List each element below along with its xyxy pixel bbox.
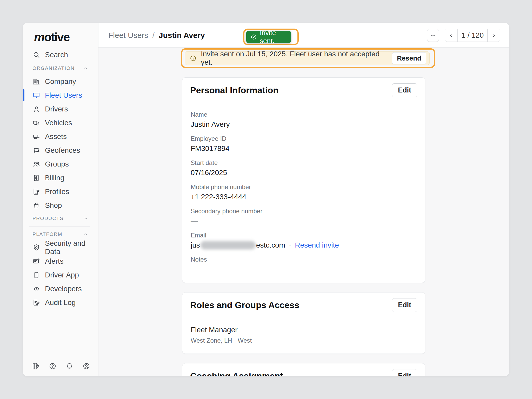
card-title: Personal Information (190, 85, 278, 95)
field-mobile-phone: Mobile phone number +1 222-333-4444 (191, 183, 417, 201)
sidebar-item-label: Alerts (45, 257, 64, 265)
card-header: Personal Information Edit (182, 78, 425, 103)
edit-coaching-button[interactable]: Edit (392, 369, 417, 376)
sidebar-footer (23, 362, 98, 376)
more-options-button[interactable] (427, 29, 439, 42)
cards-column: Personal Information Edit Name Justin Av… (182, 77, 425, 376)
chevron-up-icon (83, 66, 88, 71)
sidebar-item-label: Fleet Users (45, 91, 82, 99)
driver-app-icon (32, 271, 40, 279)
billing-icon (32, 174, 40, 182)
personal-information-card: Personal Information Edit Name Justin Av… (182, 77, 425, 283)
notifications-icon[interactable] (65, 362, 74, 370)
field-label: Notes (191, 256, 417, 263)
groups-icon (32, 160, 40, 168)
pager-position: 1 / 120 (457, 29, 488, 42)
field-secondary-phone: Secondary phone number — (191, 208, 417, 225)
drivers-icon (32, 105, 40, 113)
sidebar-divider (29, 226, 90, 227)
sidebar-item-profiles[interactable]: Profiles (23, 185, 98, 198)
field-value: — (191, 265, 417, 274)
help-icon[interactable] (49, 362, 57, 370)
sidebar-item-label: Assets (45, 132, 67, 141)
sidebar-item-label: Search (45, 51, 68, 59)
section-platform[interactable]: PLATFORM (23, 228, 98, 241)
field-value: +1 222-333-4444 (191, 193, 417, 201)
logo-text: motive (34, 30, 69, 44)
section-products[interactable]: PRODUCTS (23, 212, 98, 225)
chevron-down-icon (83, 216, 88, 221)
sidebar-item-shop[interactable]: Shop (23, 198, 98, 212)
field-employee-id: Employee ID FM3017894 (191, 135, 417, 153)
sidebar-item-label: Security and Data (45, 239, 92, 256)
sidebar-item-drivers[interactable]: Drivers (23, 102, 98, 116)
field-label: Start date (191, 159, 417, 167)
field-value: 07/16/2025 (191, 169, 417, 177)
sidebar: motive Search ORGANIZATION Company Fleet… (23, 23, 98, 376)
security-icon (32, 244, 40, 251)
card-title: Roles and Groups Access (190, 300, 299, 310)
card-header: Roles and Groups Access Edit (182, 292, 425, 318)
banner-message: Invite sent on Jul 15, 2025. Fleet user … (201, 50, 388, 66)
sidebar-item-groups[interactable]: Groups (23, 157, 98, 171)
account-icon[interactable] (82, 362, 90, 370)
developers-icon (32, 285, 40, 293)
field-label: Mobile phone number (191, 183, 417, 191)
sidebar-item-security-and-data[interactable]: Security and Data (23, 241, 98, 254)
sidebar-item-assets[interactable]: Assets (23, 130, 98, 143)
card-title: Coaching Assignment (190, 371, 283, 376)
resend-invite-link[interactable]: Resend invite (295, 241, 339, 249)
resources-icon[interactable] (32, 362, 40, 370)
field-name: Name Justin Avery (191, 111, 417, 129)
sidebar-item-label: Audit Log (45, 298, 76, 307)
field-label: Secondary phone number (191, 208, 417, 215)
invite-pending-banner: Invite sent on Jul 15, 2025. Fleet user … (185, 51, 430, 65)
chevron-up-icon (83, 232, 88, 237)
sidebar-item-label: Vehicles (45, 119, 72, 127)
field-label: Name (191, 111, 417, 118)
sidebar-item-audit-log[interactable]: Audit Log (23, 296, 98, 309)
sidebar-item-label: Company (45, 77, 76, 86)
sidebar-item-geofences[interactable]: Geofences (23, 143, 98, 157)
sidebar-item-fleet-users[interactable]: Fleet Users (23, 88, 98, 102)
sidebar-item-alerts[interactable]: Alerts (23, 254, 98, 268)
email-value: jus estc.com · Resend invite (191, 241, 417, 249)
card-body: Name Justin Avery Employee ID FM3017894 … (182, 103, 425, 283)
email-redacted-blur (201, 241, 256, 249)
previous-record-button[interactable] (445, 29, 457, 42)
role-groups: West Zone, LH - West (191, 337, 417, 344)
edit-personal-information-button[interactable]: Edit (392, 83, 417, 97)
chevron-right-icon (491, 32, 497, 38)
check-circle-icon (250, 34, 257, 40)
page-title: Justin Avery (159, 31, 205, 40)
field-label: Email (191, 232, 417, 239)
role-name: Fleet Manager (191, 326, 417, 334)
section-organization[interactable]: ORGANIZATION (23, 62, 98, 75)
sidebar-item-company[interactable]: Company (23, 75, 98, 88)
card-header: Coaching Assignment Edit (182, 363, 425, 376)
sidebar-item-label: Profiles (45, 188, 69, 196)
assets-icon (32, 133, 40, 141)
shop-icon (32, 202, 40, 209)
sidebar-item-developers[interactable]: Developers (23, 282, 98, 296)
field-value: FM3017894 (191, 144, 417, 153)
edit-roles-button[interactable]: Edit (392, 298, 417, 312)
invite-sent-toast: Invite sent. (246, 31, 291, 43)
motive-logo: motive (23, 29, 98, 45)
geofences-icon (32, 147, 40, 154)
vehicles-icon (32, 119, 40, 127)
next-record-button[interactable] (488, 29, 500, 42)
resend-button[interactable]: Resend (392, 52, 426, 64)
fleet-users-icon (32, 91, 40, 99)
breadcrumb-fleet-users[interactable]: Fleet Users (108, 31, 148, 40)
sidebar-item-driver-app[interactable]: Driver App (23, 268, 98, 282)
sidebar-item-search[interactable]: Search (23, 48, 98, 62)
sidebar-item-label: Developers (45, 285, 82, 293)
sidebar-item-label: Shop (45, 201, 62, 210)
search-icon (32, 51, 40, 59)
sidebar-item-label: Driver App (45, 271, 79, 279)
alerts-icon (32, 257, 40, 265)
section-label: PRODUCTS (32, 216, 63, 221)
sidebar-item-vehicles[interactable]: Vehicles (23, 116, 98, 130)
sidebar-item-billing[interactable]: Billing (23, 171, 98, 185)
